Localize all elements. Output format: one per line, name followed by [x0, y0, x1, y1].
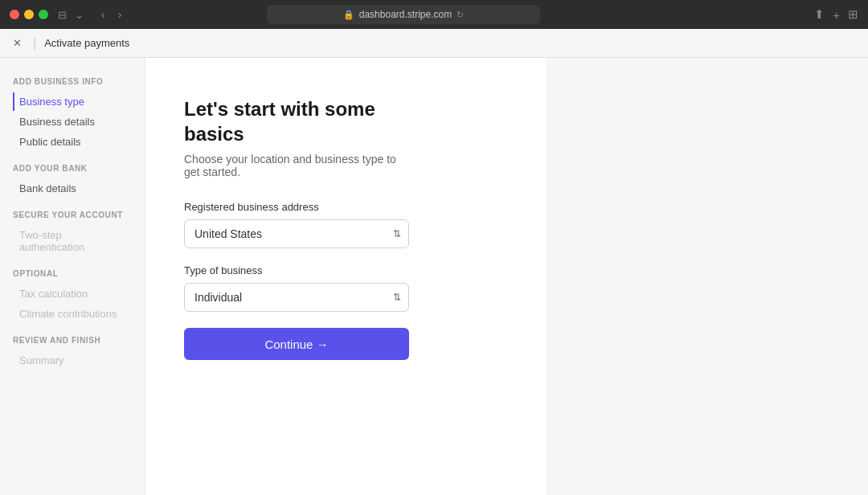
right-panel: [546, 58, 869, 495]
app-container: ADD BUSINESS INFO Business type Business…: [0, 58, 868, 495]
section-label-secure: SECURE YOUR ACCOUNT: [13, 211, 132, 219]
minimize-button[interactable]: [24, 10, 34, 19]
browser-chrome: ⊟ ⌄ ‹ › 🔒 dashboard.stripe.com ↻ ⬆ + ⊞: [0, 0, 868, 29]
sidebar-item-two-step: Two-step authentication: [13, 226, 132, 256]
continue-button[interactable]: Continue →: [184, 328, 409, 360]
sidebar-item-tax: Tax calculation: [13, 284, 132, 303]
business-type-select[interactable]: Individual Company Non-profit Government…: [184, 283, 409, 312]
share-icon[interactable]: ⬆: [814, 7, 825, 22]
address-select-wrapper: United States United Kingdom Canada Aust…: [184, 219, 409, 248]
address-field-label: Registered business address: [184, 201, 409, 213]
section-label-bank: ADD YOUR BANK: [13, 164, 132, 173]
tab-close-button[interactable]: ✕: [13, 37, 22, 49]
sidebar-item-public-details[interactable]: Public details: [13, 133, 132, 151]
forward-button[interactable]: ›: [113, 6, 127, 22]
url-text: dashboard.stripe.com: [359, 9, 452, 20]
form-container: Let's start with some basics Choose your…: [184, 96, 409, 360]
browser-actions: ⬆ + ⊞: [814, 7, 858, 22]
window-icon: ⊟: [58, 9, 67, 21]
address-bar[interactable]: 🔒 dashboard.stripe.com ↻: [267, 5, 540, 24]
business-type-select-wrapper: Individual Company Non-profit Government…: [184, 283, 409, 312]
page-title: Let's start with some basics: [184, 96, 409, 146]
page-subtitle: Choose your location and business type t…: [184, 153, 409, 178]
address-select[interactable]: United States United Kingdom Canada Aust…: [184, 219, 409, 248]
section-label-optional: OPTIONAL: [13, 269, 132, 278]
section-label-business-info: ADD BUSINESS INFO: [13, 77, 132, 86]
browser-nav: ‹ ›: [96, 6, 126, 22]
chevron-down-icon: ⌄: [75, 9, 84, 21]
new-tab-icon[interactable]: +: [833, 8, 840, 22]
sidebar-item-summary: Summary: [13, 351, 132, 370]
traffic-lights: [10, 10, 48, 19]
back-button[interactable]: ‹: [96, 6, 110, 22]
close-button[interactable]: [10, 10, 19, 19]
sidebar-item-bank-details[interactable]: Bank details: [13, 179, 132, 198]
tab-divider: |: [33, 36, 36, 51]
grid-icon[interactable]: ⊞: [848, 7, 858, 22]
section-label-review: REVIEW AND FINISH: [13, 336, 132, 345]
lock-icon: 🔒: [343, 10, 354, 20]
sidebar: ADD BUSINESS INFO Business type Business…: [0, 58, 145, 495]
main-content: Let's start with some basics Choose your…: [145, 58, 546, 495]
sidebar-item-climate: Climate contributions: [13, 305, 132, 323]
business-type-field-label: Type of business: [184, 264, 409, 276]
sidebar-item-business-type[interactable]: Business type: [13, 92, 132, 111]
tab-bar: ✕ | Activate payments: [0, 29, 868, 58]
tab-title: Activate payments: [44, 37, 129, 49]
maximize-button[interactable]: [39, 10, 48, 19]
sidebar-item-business-details[interactable]: Business details: [13, 112, 132, 131]
refresh-icon: ↻: [457, 10, 464, 20]
